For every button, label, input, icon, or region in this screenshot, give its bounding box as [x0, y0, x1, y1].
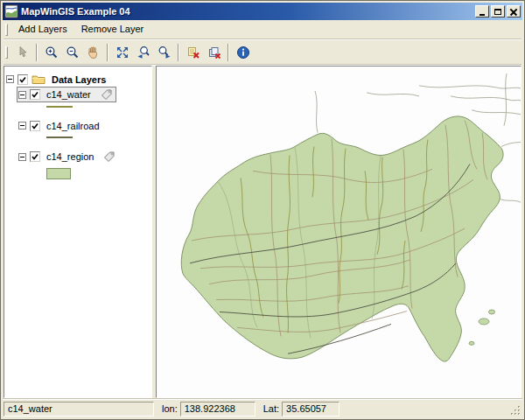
zoom-in-icon [45, 46, 59, 60]
tree-root-label[interactable]: Data Layers [49, 74, 108, 85]
tree-item-c14-railroad: c14_railroad [17, 118, 150, 138]
minimize-button[interactable] [475, 5, 489, 18]
maximize-button[interactable] [491, 5, 505, 18]
toolbar-separator [107, 44, 108, 61]
collapse-icon[interactable] [18, 153, 26, 161]
pan-button[interactable] [83, 43, 103, 62]
zoom-out-icon [66, 46, 80, 60]
status-active-layer: c14_water [4, 402, 154, 416]
toolbar-separator [36, 44, 38, 61]
clear-layers-icon [207, 46, 221, 60]
resize-grip[interactable] [510, 405, 522, 416]
window-title: MapWinGIS Example 04 [21, 6, 472, 17]
maximize-icon [494, 9, 501, 15]
map-panel [156, 66, 522, 398]
legend-railroad-line [46, 136, 73, 138]
zoom-in-button[interactable] [41, 43, 61, 62]
lon-label: lon: [162, 403, 178, 414]
tag-icon[interactable] [101, 88, 113, 101]
tree-item-c14-water: c14_water [17, 87, 150, 108]
tree-node-c14-railroad[interactable]: c14_railroad [17, 119, 106, 133]
content-area: Data Layers c14_water [3, 66, 522, 398]
tree-item-label[interactable]: c14_region [44, 151, 96, 162]
tree-node-c14-region[interactable]: c14_region [17, 149, 119, 164]
check-icon [31, 152, 39, 161]
collapse-icon[interactable] [18, 91, 26, 99]
legend-water-line [46, 106, 73, 108]
app-icon [4, 4, 18, 18]
c14-water-checkbox[interactable] [30, 89, 40, 100]
lon-value: 138.922368 [180, 402, 256, 416]
tree-node-data-layers[interactable]: Data Layers [6, 72, 150, 87]
check-icon [31, 90, 39, 99]
map-canvas[interactable] [157, 66, 521, 397]
zoom-next-icon [158, 46, 172, 60]
data-layers-checkbox[interactable] [18, 74, 28, 85]
menu-remove-layer[interactable]: Remove Layer [74, 22, 151, 37]
toolbar [3, 40, 522, 64]
check-icon [18, 75, 27, 84]
zoom-out-button[interactable] [62, 43, 82, 62]
zoom-previous-icon [136, 46, 150, 60]
tree-item-c14-region: c14_region [17, 149, 150, 179]
remove-layer-icon [186, 46, 200, 60]
info-icon [236, 46, 250, 60]
folder-icon [32, 74, 46, 85]
c14-railroad-checkbox[interactable] [30, 121, 40, 131]
legend-region-fill [46, 168, 71, 179]
close-button[interactable] [507, 5, 521, 18]
menubar-grip[interactable] [5, 24, 8, 36]
tree-item-label[interactable]: c14_railroad [44, 121, 102, 131]
toolbar-grip[interactable] [5, 46, 8, 59]
layers-tree-panel: Data Layers c14_water [4, 66, 152, 398]
zoom-full-extent-button[interactable] [112, 43, 132, 62]
clear-layers-button[interactable] [204, 43, 224, 62]
map-app-icon [4, 4, 18, 18]
check-icon [31, 122, 39, 130]
lat-label: Lat: [263, 403, 279, 414]
tree-item-label[interactable]: c14_water [44, 89, 94, 100]
pointer-button[interactable] [12, 43, 32, 62]
zoom-full-extent-icon [116, 46, 130, 60]
status-bar: c14_water lon: 138.922368 Lat: 35.65057 [3, 398, 522, 417]
remove-layer-button[interactable] [183, 43, 203, 62]
c14-region-checkbox[interactable] [30, 151, 40, 162]
info-button[interactable] [233, 43, 253, 62]
zoom-next-button[interactable] [154, 43, 174, 62]
collapse-icon[interactable] [18, 122, 26, 130]
menu-bar: Add Layers Remove Layer [3, 20, 522, 38]
collapse-icon[interactable] [6, 75, 14, 83]
pointer-icon [16, 46, 30, 60]
tag-icon[interactable] [103, 150, 116, 163]
titlebar[interactable]: MapWinGIS Example 04 [3, 3, 522, 20]
pan-icon [87, 46, 101, 60]
minimize-icon [480, 14, 485, 16]
tree-node-c14-water[interactable]: c14_water [17, 87, 116, 102]
lat-value: 35.65057 [282, 402, 340, 416]
close-icon [509, 7, 518, 16]
toolbar-separator [228, 44, 229, 61]
region-layer [181, 116, 503, 361]
menu-add-layers[interactable]: Add Layers [11, 22, 74, 37]
app-window: MapWinGIS Example 04 Add Layers Remove L… [0, 0, 525, 420]
toolbar-separator [178, 44, 179, 61]
zoom-previous-button[interactable] [133, 43, 153, 62]
